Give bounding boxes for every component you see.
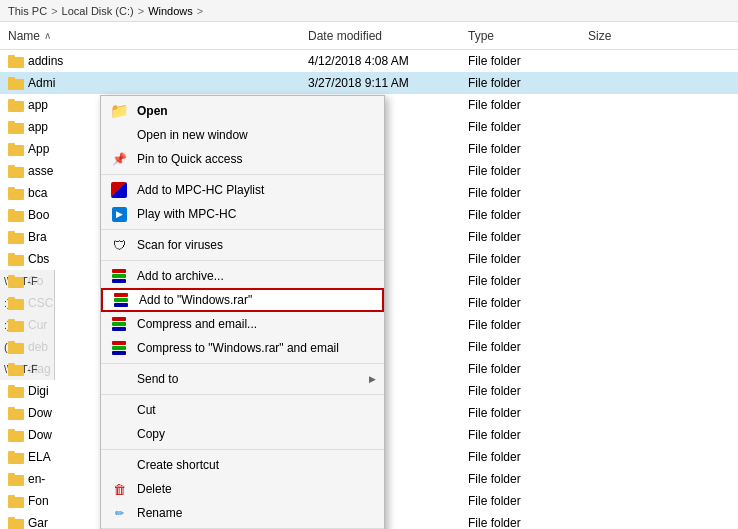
file-type: File folder (468, 384, 588, 398)
col-header-name[interactable]: Name ∧ (8, 29, 308, 43)
file-type: File folder (468, 340, 588, 354)
file-type: File folder (468, 472, 588, 486)
context-menu-item-open[interactable]: 📁Open (101, 99, 384, 123)
context-menu-item-pin-quick[interactable]: 📌Pin to Quick access (101, 147, 384, 171)
context-menu-item-label: Play with MPC-HC (137, 207, 236, 221)
folder-icon (8, 317, 24, 333)
context-menu-separator (101, 174, 384, 175)
folder-icon (8, 361, 24, 377)
file-type: File folder (468, 450, 588, 464)
context-menu-item-label: Pin to Quick access (137, 152, 242, 166)
file-type: File folder (468, 230, 588, 244)
context-menu-item-compress-rar-email[interactable]: Compress to "Windows.rar" and email (101, 336, 384, 360)
breadcrumb-sep-2: > (138, 5, 144, 17)
context-menu-item-label: Create shortcut (137, 458, 219, 472)
file-type: File folder (468, 252, 588, 266)
file-type: File folder (468, 54, 588, 68)
breadcrumb-sep-1: > (51, 5, 57, 17)
file-type: File folder (468, 296, 588, 310)
folder-icon (8, 471, 24, 487)
context-menu-item-label: Scan for viruses (137, 238, 223, 252)
context-menu-item-delete[interactable]: 🗑Delete (101, 477, 384, 501)
file-type: File folder (468, 516, 588, 529)
folder-icon (8, 427, 24, 443)
context-menu-item-cut[interactable]: Cut (101, 398, 384, 422)
rar-icon (112, 269, 126, 283)
context-menu-item-send-to[interactable]: Send to (101, 367, 384, 391)
file-type: File folder (468, 406, 588, 420)
file-type: File folder (468, 76, 588, 90)
context-menu-item-label: Rename (137, 506, 182, 520)
context-menu-item-add-rar[interactable]: Add to "Windows.rar" (101, 288, 384, 312)
folder-icon (8, 141, 24, 157)
file-type: File folder (468, 186, 588, 200)
context-menu-item-scan-viruses[interactable]: 🛡Scan for viruses (101, 233, 384, 257)
folder-icon (8, 163, 24, 179)
file-date: 3/27/2018 9:11 AM (308, 76, 468, 90)
shield-icon: 🛡 (109, 235, 129, 255)
file-type: File folder (468, 164, 588, 178)
rar-icon (112, 317, 126, 331)
mpc-icon (109, 180, 129, 200)
folder-icon (8, 97, 24, 113)
context-menu-item-label: Add to MPC-HC Playlist (137, 183, 264, 197)
context-menu-item-label: Cut (137, 403, 156, 417)
context-menu-item-label: Compress and email... (137, 317, 257, 331)
folder-icon (8, 449, 24, 465)
column-headers: Name ∧ Date modified Type Size (0, 22, 738, 50)
context-menu-item-label: Add to archive... (137, 269, 224, 283)
context-menu-item-compress-email[interactable]: Compress and email... (101, 312, 384, 336)
context-menu-item-copy[interactable]: Copy (101, 422, 384, 446)
folder-icon (8, 119, 24, 135)
breadcrumb-windows[interactable]: Windows (148, 5, 193, 17)
delete-icon: 🗑 (109, 479, 129, 499)
pin-icon: 📌 (109, 149, 129, 169)
col-header-date[interactable]: Date modified (308, 29, 468, 43)
col-header-size[interactable]: Size (588, 29, 668, 43)
file-name: Admi (28, 76, 308, 90)
rar-stack-icon (109, 266, 129, 286)
folder-icon (8, 75, 24, 91)
context-menu-item-label: Delete (137, 482, 172, 496)
folder-icon (8, 295, 24, 311)
folder-icon (8, 515, 24, 529)
rename-icon: ✏ (109, 503, 129, 523)
file-name: addins (28, 54, 308, 68)
breadcrumb-sep-3: > (197, 5, 203, 17)
context-menu-item-label: Copy (137, 427, 165, 441)
rar-stack3-icon (109, 314, 129, 334)
title-bar: This PC > Local Disk (C:) > Windows > (0, 0, 738, 22)
context-menu-separator (101, 449, 384, 450)
context-menu-item-open-new-window[interactable]: Open in new window (101, 123, 384, 147)
context-menu-item-label: Send to (137, 372, 178, 386)
rar-stack2-icon (111, 290, 131, 310)
table-row[interactable]: addins4/12/2018 4:08 AMFile folder (0, 50, 738, 72)
file-type: File folder (468, 142, 588, 156)
play-icon: ▶ (109, 204, 129, 224)
file-type: File folder (468, 318, 588, 332)
table-row[interactable]: Admi3/27/2018 9:11 AMFile folder (0, 72, 738, 94)
breadcrumb-local-disk[interactable]: Local Disk (C:) (62, 5, 134, 17)
context-menu-item-mpc-playlist[interactable]: Add to MPC-HC Playlist (101, 178, 384, 202)
context-menu-item-label: Open (137, 104, 168, 118)
folder-icon (8, 405, 24, 421)
context-menu-item-add-archive[interactable]: Add to archive... (101, 264, 384, 288)
folder-icon (8, 339, 24, 355)
col-header-type[interactable]: Type (468, 29, 588, 43)
folder-icon (8, 185, 24, 201)
context-menu: 📁OpenOpen in new window📌Pin to Quick acc… (100, 95, 385, 529)
rar-icon (114, 293, 128, 307)
context-menu-item-create-shortcut[interactable]: Create shortcut (101, 453, 384, 477)
folder-icon (8, 53, 24, 69)
context-menu-item-label: Open in new window (137, 128, 248, 142)
file-type: File folder (468, 362, 588, 376)
sort-arrow: ∧ (44, 30, 51, 41)
folder-icon (8, 229, 24, 245)
file-type: File folder (468, 98, 588, 112)
folder-icon (8, 493, 24, 509)
folder-icon (8, 273, 24, 289)
context-menu-item-rename[interactable]: ✏Rename (101, 501, 384, 525)
file-type: File folder (468, 494, 588, 508)
context-menu-item-mpc-play[interactable]: ▶Play with MPC-HC (101, 202, 384, 226)
breadcrumb-this-pc[interactable]: This PC (8, 5, 47, 17)
